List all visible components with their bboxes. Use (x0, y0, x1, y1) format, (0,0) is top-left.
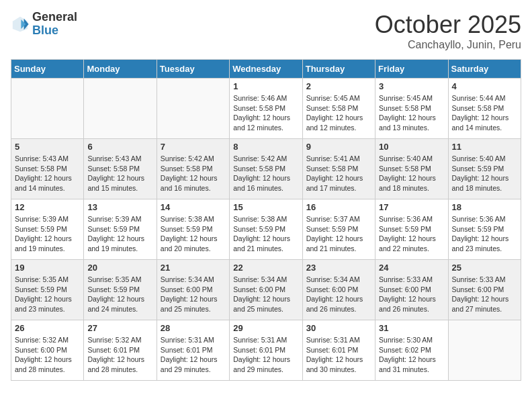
day-info: Sunrise: 5:32 AM Sunset: 6:01 PM Dayligh… (87, 335, 152, 375)
title-block: October 2025 Canchayllo, Junin, Peru (375, 11, 521, 51)
day-info: Sunrise: 5:42 AM Sunset: 5:58 PM Dayligh… (233, 154, 298, 193)
calendar-cell: 18Sunrise: 5:36 AM Sunset: 5:59 PM Dayli… (448, 199, 521, 260)
day-info: Sunrise: 5:40 AM Sunset: 5:59 PM Dayligh… (452, 154, 517, 193)
day-info: Sunrise: 5:39 AM Sunset: 5:59 PM Dayligh… (15, 214, 80, 254)
day-header-wednesday: Wednesday (230, 60, 302, 79)
day-number: 2 (306, 81, 371, 91)
day-info: Sunrise: 5:31 AM Sunset: 6:01 PM Dayligh… (161, 335, 226, 375)
calendar-cell (157, 79, 229, 139)
day-info: Sunrise: 5:43 AM Sunset: 5:58 PM Dayligh… (15, 154, 80, 193)
day-number: 11 (452, 142, 517, 152)
calendar-cell: 27Sunrise: 5:32 AM Sunset: 6:01 PM Dayli… (84, 320, 157, 381)
month-title: October 2025 (375, 11, 521, 39)
day-info: Sunrise: 5:31 AM Sunset: 6:01 PM Dayligh… (233, 335, 298, 375)
calendar-cell: 24Sunrise: 5:33 AM Sunset: 6:00 PM Dayli… (375, 260, 448, 320)
day-info: Sunrise: 5:31 AM Sunset: 6:01 PM Dayligh… (306, 335, 371, 375)
day-number: 19 (15, 263, 80, 273)
day-number: 14 (161, 202, 226, 212)
day-header-monday: Monday (84, 60, 157, 79)
calendar-cell: 17Sunrise: 5:36 AM Sunset: 5:59 PM Dayli… (375, 199, 448, 260)
day-number: 5 (15, 142, 80, 152)
calendar-cell: 19Sunrise: 5:35 AM Sunset: 5:59 PM Dayli… (11, 260, 84, 320)
calendar-cell: 3Sunrise: 5:45 AM Sunset: 5:58 PM Daylig… (375, 79, 448, 139)
day-number: 12 (15, 202, 80, 212)
day-info: Sunrise: 5:37 AM Sunset: 5:59 PM Dayligh… (306, 214, 371, 254)
day-number: 27 (87, 323, 152, 333)
day-header-friday: Friday (375, 60, 448, 79)
day-number: 26 (15, 323, 80, 333)
day-number: 6 (87, 142, 152, 152)
day-info: Sunrise: 5:43 AM Sunset: 5:58 PM Dayligh… (87, 154, 152, 193)
day-info: Sunrise: 5:40 AM Sunset: 5:58 PM Dayligh… (379, 154, 444, 193)
day-info: Sunrise: 5:34 AM Sunset: 6:00 PM Dayligh… (306, 275, 371, 314)
calendar-cell: 8Sunrise: 5:42 AM Sunset: 5:58 PM Daylig… (230, 139, 302, 199)
calendar-cell: 14Sunrise: 5:38 AM Sunset: 5:59 PM Dayli… (157, 199, 229, 260)
day-number: 24 (379, 263, 444, 273)
day-info: Sunrise: 5:35 AM Sunset: 5:59 PM Dayligh… (87, 275, 152, 314)
calendar-week-row: 5Sunrise: 5:43 AM Sunset: 5:58 PM Daylig… (11, 139, 521, 199)
day-info: Sunrise: 5:32 AM Sunset: 6:00 PM Dayligh… (15, 335, 80, 375)
calendar-cell: 21Sunrise: 5:34 AM Sunset: 6:00 PM Dayli… (157, 260, 229, 320)
calendar-cell: 22Sunrise: 5:34 AM Sunset: 6:00 PM Dayli… (230, 260, 302, 320)
calendar-cell: 5Sunrise: 5:43 AM Sunset: 5:58 PM Daylig… (11, 139, 84, 199)
calendar-week-row: 12Sunrise: 5:39 AM Sunset: 5:59 PM Dayli… (11, 199, 521, 260)
day-number: 9 (306, 142, 371, 152)
logo-blue-text: Blue (32, 24, 77, 38)
day-number: 25 (452, 263, 517, 273)
day-info: Sunrise: 5:36 AM Sunset: 5:59 PM Dayligh… (379, 214, 444, 254)
day-number: 21 (161, 263, 226, 273)
day-header-saturday: Saturday (448, 60, 521, 79)
calendar-cell: 28Sunrise: 5:31 AM Sunset: 6:01 PM Dayli… (157, 320, 229, 381)
day-number: 1 (233, 81, 298, 91)
day-info: Sunrise: 5:38 AM Sunset: 5:59 PM Dayligh… (161, 214, 226, 254)
location-subtitle: Canchayllo, Junin, Peru (375, 39, 521, 51)
day-number: 4 (452, 81, 517, 91)
day-number: 17 (379, 202, 444, 212)
day-info: Sunrise: 5:34 AM Sunset: 6:00 PM Dayligh… (161, 275, 226, 314)
calendar-cell: 30Sunrise: 5:31 AM Sunset: 6:01 PM Dayli… (302, 320, 375, 381)
calendar-cell (11, 79, 84, 139)
logo-general-text: General (32, 11, 77, 24)
day-info: Sunrise: 5:35 AM Sunset: 5:59 PM Dayligh… (15, 275, 80, 314)
day-info: Sunrise: 5:45 AM Sunset: 5:58 PM Dayligh… (306, 93, 371, 133)
calendar-cell: 9Sunrise: 5:41 AM Sunset: 5:58 PM Daylig… (302, 139, 375, 199)
day-number: 30 (306, 323, 371, 333)
day-header-sunday: Sunday (11, 60, 84, 79)
day-number: 23 (306, 263, 371, 273)
day-info: Sunrise: 5:45 AM Sunset: 5:58 PM Dayligh… (379, 93, 444, 133)
calendar-cell (448, 320, 521, 381)
day-number: 29 (233, 323, 298, 333)
logo-text: General Blue (32, 11, 77, 38)
logo-icon (11, 15, 30, 34)
calendar-cell (84, 79, 157, 139)
calendar-cell: 29Sunrise: 5:31 AM Sunset: 6:01 PM Dayli… (230, 320, 302, 381)
day-number: 3 (379, 81, 444, 91)
day-info: Sunrise: 5:33 AM Sunset: 6:00 PM Dayligh… (379, 275, 444, 314)
calendar-table: SundayMondayTuesdayWednesdayThursdayFrid… (11, 59, 521, 381)
day-info: Sunrise: 5:34 AM Sunset: 6:00 PM Dayligh… (233, 275, 298, 314)
day-number: 10 (379, 142, 444, 152)
calendar-week-row: 19Sunrise: 5:35 AM Sunset: 5:59 PM Dayli… (11, 260, 521, 320)
calendar-cell: 31Sunrise: 5:30 AM Sunset: 6:02 PM Dayli… (375, 320, 448, 381)
day-number: 31 (379, 323, 444, 333)
calendar-cell: 11Sunrise: 5:40 AM Sunset: 5:59 PM Dayli… (448, 139, 521, 199)
day-header-tuesday: Tuesday (157, 60, 229, 79)
day-info: Sunrise: 5:30 AM Sunset: 6:02 PM Dayligh… (379, 335, 444, 375)
day-number: 7 (161, 142, 226, 152)
page-header: General Blue October 2025 Canchayllo, Ju… (11, 11, 521, 51)
day-info: Sunrise: 5:36 AM Sunset: 5:59 PM Dayligh… (452, 214, 517, 254)
day-number: 28 (161, 323, 226, 333)
calendar-header-row: SundayMondayTuesdayWednesdayThursdayFrid… (11, 60, 521, 79)
calendar-cell: 10Sunrise: 5:40 AM Sunset: 5:58 PM Dayli… (375, 139, 448, 199)
day-info: Sunrise: 5:33 AM Sunset: 6:00 PM Dayligh… (452, 275, 517, 314)
day-number: 15 (233, 202, 298, 212)
day-number: 18 (452, 202, 517, 212)
calendar-cell: 16Sunrise: 5:37 AM Sunset: 5:59 PM Dayli… (302, 199, 375, 260)
calendar-week-row: 1Sunrise: 5:46 AM Sunset: 5:58 PM Daylig… (11, 79, 521, 139)
logo: General Blue (11, 11, 77, 38)
calendar-cell: 4Sunrise: 5:44 AM Sunset: 5:58 PM Daylig… (448, 79, 521, 139)
calendar-cell: 13Sunrise: 5:39 AM Sunset: 5:59 PM Dayli… (84, 199, 157, 260)
day-info: Sunrise: 5:44 AM Sunset: 5:58 PM Dayligh… (452, 93, 517, 133)
calendar-cell: 2Sunrise: 5:45 AM Sunset: 5:58 PM Daylig… (302, 79, 375, 139)
calendar-cell: 1Sunrise: 5:46 AM Sunset: 5:58 PM Daylig… (230, 79, 302, 139)
